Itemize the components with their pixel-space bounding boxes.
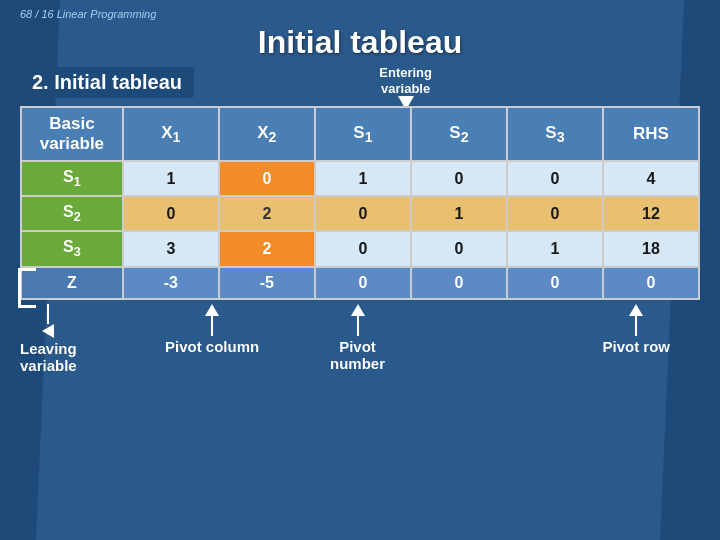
entering-variable-annotation: Enteringvariable [379,65,432,110]
col-header-s3: S3 [507,107,603,161]
cell-z-s2: 0 [411,267,507,299]
pivot-row-arrow-icon [629,304,643,316]
tableau-wrapper: Basicvariable X1 X2 S1 S2 S3 RHS S1 1 0 … [20,106,700,300]
slide-number: 68 / 16 Linear Programming [20,8,156,20]
cell-basic-s3: S3 [21,231,123,266]
cell-basic-s1: S1 [21,161,123,196]
pivot-row-line-icon [635,316,637,336]
leaving-variable-label: Leavingvariable [20,340,77,374]
pivot-column-label: Pivot column [165,338,259,355]
annotations-area: Leavingvariable Pivot column Pivotnumber… [20,304,700,374]
cell-s2-s3: 0 [507,196,603,231]
section-title-area: 2. Initial tableau Enteringvariable [20,67,700,98]
tableau: Basicvariable X1 X2 S1 S2 S3 RHS S1 1 0 … [20,106,700,300]
top-bar: 68 / 16 Linear Programming [20,8,700,20]
leaving-vert-line-icon [47,304,49,324]
pivot-col-arrow-icon [205,304,219,316]
leaving-variable-annotation: Leavingvariable [20,304,77,374]
cell-s2-x1: 0 [123,196,219,231]
pivot-number-annotation: Pivotnumber [330,304,385,372]
pivot-column-annotation: Pivot column [165,304,259,355]
cell-s3-s3: 1 [507,231,603,266]
cell-z-x1: -3 [123,267,219,299]
cell-s1-rhs: 4 [603,161,699,196]
section-title: 2. Initial tableau [20,67,194,98]
entering-variable-label: Enteringvariable [379,65,432,96]
col-header-rhs: RHS [603,107,699,161]
pivot-row-annotation: Pivot row [602,304,670,355]
pivot-col-line-icon [211,316,213,336]
col-header-x2: X2 [219,107,315,161]
pivot-row-label: Pivot row [602,338,670,355]
cell-s3-s2: 0 [411,231,507,266]
cell-z-s3: 0 [507,267,603,299]
table-row: S1 1 0 1 0 0 4 [21,161,699,196]
cell-z-s1: 0 [315,267,411,299]
col-header-s1: S1 [315,107,411,161]
cell-s1-x1: 1 [123,161,219,196]
leaving-bracket-icon [18,268,36,308]
col-header-x1: X1 [123,107,219,161]
cell-basic-z: Z [21,267,123,299]
cell-s3-x1: 3 [123,231,219,266]
pivot-num-arrow-icon [351,304,365,316]
cell-s3-rhs: 18 [603,231,699,266]
cell-s1-x2: 0 [219,161,315,196]
cell-s2-rhs: 12 [603,196,699,231]
leaving-arrow-icon [42,324,54,338]
cell-z-x2: -5 [219,267,315,299]
cell-s3-s1: 0 [315,231,411,266]
cell-s2-s1: 0 [315,196,411,231]
table-row: S3 3 2 0 0 1 18 [21,231,699,266]
cell-s1-s2: 0 [411,161,507,196]
pivot-number-label: Pivotnumber [330,338,385,372]
table-row: Z -3 -5 0 0 0 0 [21,267,699,299]
cell-basic-s2: S2 [21,196,123,231]
header-row: Basicvariable X1 X2 S1 S2 S3 RHS [21,107,699,161]
pivot-num-line-icon [357,316,359,336]
main-title: Initial tableau [20,24,700,61]
cell-s2-s2: 1 [411,196,507,231]
col-header-s2: S2 [411,107,507,161]
cell-s1-s3: 0 [507,161,603,196]
col-header-basic-variable: Basicvariable [21,107,123,161]
cell-s2-x2-pivot: 2 [219,196,315,231]
cell-s1-s1: 1 [315,161,411,196]
cell-s3-x2: 2 [219,231,315,266]
cell-z-rhs: 0 [603,267,699,299]
table-row: S2 0 2 0 1 0 12 [21,196,699,231]
